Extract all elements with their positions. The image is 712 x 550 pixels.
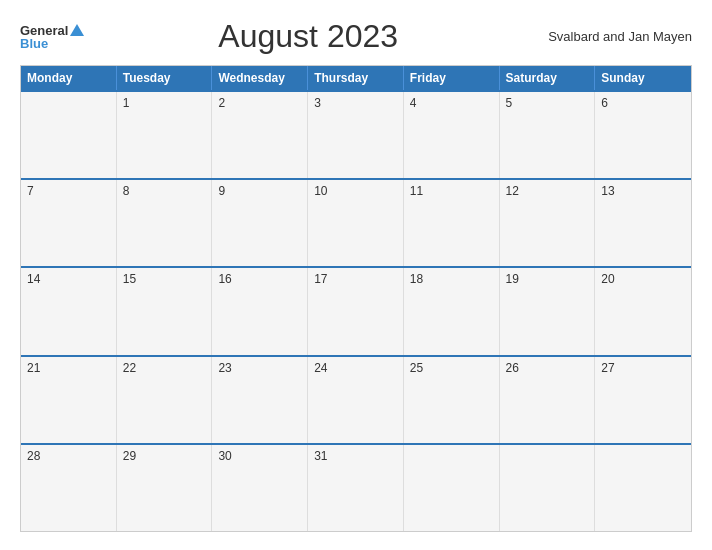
calendar-header-row: MondayTuesdayWednesdayThursdayFridaySatu… — [21, 66, 691, 90]
calendar-cell: 20 — [595, 268, 691, 354]
calendar-cell: 8 — [117, 180, 213, 266]
calendar-cell: 15 — [117, 268, 213, 354]
day-number: 31 — [314, 449, 327, 463]
calendar-cell: 2 — [212, 92, 308, 178]
day-number: 6 — [601, 96, 608, 110]
day-number: 3 — [314, 96, 321, 110]
calendar-page: General Blue August 2023 Svalbard and Ja… — [0, 0, 712, 550]
day-number: 9 — [218, 184, 225, 198]
calendar-cell: 31 — [308, 445, 404, 531]
calendar-week: 123456 — [21, 90, 691, 178]
calendar-cell: 24 — [308, 357, 404, 443]
calendar-week: 28293031 — [21, 443, 691, 531]
day-number: 17 — [314, 272, 327, 286]
calendar-cell: 4 — [404, 92, 500, 178]
calendar-cell: 1 — [117, 92, 213, 178]
calendar-cell: 10 — [308, 180, 404, 266]
calendar-cell: 18 — [404, 268, 500, 354]
calendar-cell: 22 — [117, 357, 213, 443]
day-number: 25 — [410, 361, 423, 375]
calendar-cell: 23 — [212, 357, 308, 443]
day-number: 8 — [123, 184, 130, 198]
calendar-week: 78910111213 — [21, 178, 691, 266]
calendar-cell: 16 — [212, 268, 308, 354]
calendar-cell — [595, 445, 691, 531]
header: General Blue August 2023 Svalbard and Ja… — [20, 18, 692, 55]
calendar-cell: 9 — [212, 180, 308, 266]
calendar-cell: 12 — [500, 180, 596, 266]
day-number: 13 — [601, 184, 614, 198]
calendar-cell: 25 — [404, 357, 500, 443]
calendar-cell: 26 — [500, 357, 596, 443]
calendar: MondayTuesdayWednesdayThursdayFridaySatu… — [20, 65, 692, 532]
day-number: 16 — [218, 272, 231, 286]
calendar-weeks: 1234567891011121314151617181920212223242… — [21, 90, 691, 531]
logo-blue-text: Blue — [20, 37, 48, 50]
calendar-cell: 29 — [117, 445, 213, 531]
calendar-cell: 6 — [595, 92, 691, 178]
day-number: 19 — [506, 272, 519, 286]
calendar-cell: 17 — [308, 268, 404, 354]
calendar-cell — [404, 445, 500, 531]
calendar-cell: 14 — [21, 268, 117, 354]
day-number: 20 — [601, 272, 614, 286]
day-number: 26 — [506, 361, 519, 375]
day-number: 22 — [123, 361, 136, 375]
calendar-cell: 7 — [21, 180, 117, 266]
day-number: 23 — [218, 361, 231, 375]
day-number: 29 — [123, 449, 136, 463]
day-number: 10 — [314, 184, 327, 198]
calendar-cell: 21 — [21, 357, 117, 443]
calendar-header-cell: Wednesday — [212, 66, 308, 90]
day-number: 24 — [314, 361, 327, 375]
calendar-cell: 5 — [500, 92, 596, 178]
calendar-week: 21222324252627 — [21, 355, 691, 443]
day-number: 18 — [410, 272, 423, 286]
region-label: Svalbard and Jan Mayen — [532, 29, 692, 44]
day-number: 2 — [218, 96, 225, 110]
calendar-header-cell: Saturday — [500, 66, 596, 90]
calendar-week: 14151617181920 — [21, 266, 691, 354]
calendar-cell: 11 — [404, 180, 500, 266]
day-number: 1 — [123, 96, 130, 110]
day-number: 12 — [506, 184, 519, 198]
calendar-cell: 30 — [212, 445, 308, 531]
calendar-header-cell: Monday — [21, 66, 117, 90]
calendar-cell: 13 — [595, 180, 691, 266]
calendar-cell: 3 — [308, 92, 404, 178]
calendar-header-cell: Tuesday — [117, 66, 213, 90]
calendar-cell: 27 — [595, 357, 691, 443]
calendar-cell — [21, 92, 117, 178]
day-number: 21 — [27, 361, 40, 375]
calendar-cell: 19 — [500, 268, 596, 354]
month-title: August 2023 — [84, 18, 532, 55]
calendar-header-cell: Thursday — [308, 66, 404, 90]
day-number: 5 — [506, 96, 513, 110]
logo-general-text: General — [20, 24, 68, 37]
day-number: 7 — [27, 184, 34, 198]
day-number: 30 — [218, 449, 231, 463]
calendar-header-cell: Friday — [404, 66, 500, 90]
logo-triangle-icon — [70, 24, 84, 36]
day-number: 14 — [27, 272, 40, 286]
calendar-cell: 28 — [21, 445, 117, 531]
day-number: 15 — [123, 272, 136, 286]
logo: General Blue — [20, 24, 84, 50]
calendar-cell — [500, 445, 596, 531]
day-number: 11 — [410, 184, 423, 198]
day-number: 4 — [410, 96, 417, 110]
day-number: 27 — [601, 361, 614, 375]
calendar-header-cell: Sunday — [595, 66, 691, 90]
day-number: 28 — [27, 449, 40, 463]
